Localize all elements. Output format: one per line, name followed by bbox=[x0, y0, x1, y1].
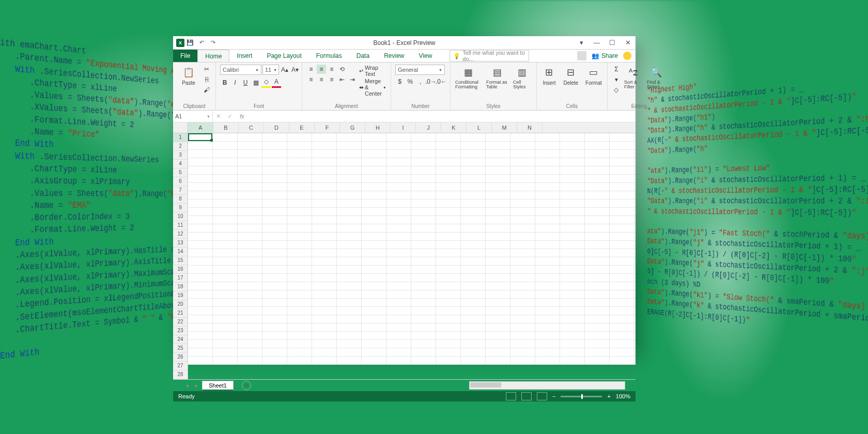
zoom-level[interactable]: 100% bbox=[616, 393, 630, 399]
align-center-icon[interactable]: ≡ bbox=[317, 75, 326, 84]
copy-icon[interactable]: ⎘ bbox=[202, 75, 211, 84]
column-header-B[interactable]: B bbox=[213, 122, 239, 133]
row-header-14[interactable]: 14 bbox=[173, 247, 188, 256]
row-header-7[interactable]: 7 bbox=[173, 186, 188, 195]
cells-area[interactable] bbox=[188, 133, 636, 365]
format-painter-icon[interactable]: 🖌 bbox=[202, 85, 211, 95]
font-size-combo[interactable]: 11▼ bbox=[262, 65, 279, 75]
column-header-E[interactable]: E bbox=[289, 122, 315, 133]
cut-icon[interactable]: ✂ bbox=[202, 65, 211, 74]
fill-color-button[interactable]: ◇ bbox=[261, 77, 271, 88]
decrease-font-icon[interactable]: A▾ bbox=[290, 65, 300, 74]
column-header-D[interactable]: D bbox=[264, 122, 289, 133]
column-header-I[interactable]: I bbox=[391, 122, 416, 133]
tab-home[interactable]: Home bbox=[197, 50, 229, 62]
row-header-17[interactable]: 17 bbox=[173, 274, 188, 283]
name-box[interactable]: A1▼ bbox=[173, 111, 213, 121]
share-button[interactable]: 👥 Share bbox=[592, 52, 618, 59]
increase-indent-icon[interactable]: ⇥ bbox=[348, 75, 357, 84]
decrease-decimal-icon[interactable]: .0← bbox=[437, 77, 446, 86]
row-header-22[interactable]: 22 bbox=[173, 318, 188, 327]
comma-icon[interactable]: , bbox=[416, 77, 425, 86]
fill-icon[interactable]: ▾ bbox=[612, 75, 621, 84]
column-header-F[interactable]: F bbox=[315, 122, 340, 133]
wrap-text-button[interactable]: ↵ Wrap Text bbox=[359, 65, 386, 77]
column-header-H[interactable]: H bbox=[365, 122, 391, 133]
user-avatar[interactable] bbox=[577, 51, 586, 60]
sheet-nav-prev-icon[interactable]: ◀ bbox=[183, 383, 191, 388]
row-header-19[interactable]: 19 bbox=[173, 291, 188, 300]
fx-enter-icon[interactable]: ✓ bbox=[224, 113, 236, 120]
column-header-C[interactable]: C bbox=[239, 122, 264, 133]
sheet-nav-next-icon[interactable]: ▶ bbox=[193, 383, 200, 388]
column-header-K[interactable]: K bbox=[441, 122, 467, 133]
row-header-27[interactable]: 27 bbox=[173, 362, 188, 370]
fx-icon[interactable]: fx bbox=[236, 113, 249, 119]
row-header-1[interactable]: 1 bbox=[173, 133, 188, 142]
row-header-21[interactable]: 21 bbox=[173, 309, 188, 318]
underline-button[interactable]: U bbox=[241, 78, 250, 87]
row-header-2[interactable]: 2 bbox=[173, 142, 188, 151]
column-header-N[interactable]: N bbox=[517, 122, 542, 133]
find-select-button[interactable]: 🔍Find & Select bbox=[646, 65, 667, 90]
column-header-L[interactable]: L bbox=[467, 122, 492, 133]
row-header-6[interactable]: 6 bbox=[173, 177, 188, 186]
maximize-button[interactable]: ☐ bbox=[605, 36, 620, 49]
tab-file[interactable]: File bbox=[173, 50, 197, 62]
row-header-4[interactable]: 4 bbox=[173, 160, 188, 168]
sort-filter-button[interactable]: ᴬᴢSort & Filter bbox=[623, 65, 644, 90]
increase-font-icon[interactable]: A▴ bbox=[280, 65, 289, 74]
align-left-icon[interactable]: ≡ bbox=[306, 75, 316, 84]
row-header-12[interactable]: 12 bbox=[173, 230, 188, 239]
font-name-combo[interactable]: Calibri▼ bbox=[220, 65, 261, 75]
conditional-formatting-button[interactable]: ▦Conditional Formatting bbox=[454, 65, 483, 90]
tell-me-search[interactable]: 💡 Tell me what you want to do... bbox=[450, 50, 529, 61]
row-header-5[interactable]: 5 bbox=[173, 168, 188, 177]
row-header-11[interactable]: 11 bbox=[173, 221, 188, 230]
row-header-20[interactable]: 20 bbox=[173, 300, 188, 309]
feedback-smiley-icon[interactable] bbox=[623, 52, 631, 60]
select-all-corner[interactable] bbox=[173, 122, 188, 133]
close-button[interactable]: ✕ bbox=[620, 36, 636, 49]
clear-icon[interactable]: ◇ bbox=[612, 85, 621, 95]
zoom-out-icon[interactable]: − bbox=[552, 393, 555, 399]
row-header-10[interactable]: 10 bbox=[173, 212, 188, 221]
minimize-button[interactable]: — bbox=[589, 36, 605, 49]
sheet-tab[interactable]: Sheet1 bbox=[202, 381, 234, 391]
tab-review[interactable]: Review bbox=[377, 50, 411, 62]
cell-styles-button[interactable]: ▥Cell Styles bbox=[512, 65, 533, 90]
column-header-A[interactable]: A bbox=[188, 122, 213, 133]
row-header-15[interactable]: 15 bbox=[173, 256, 188, 265]
align-top-icon[interactable]: ≡ bbox=[306, 65, 316, 74]
ribbon-options-icon[interactable]: ▾ bbox=[574, 36, 589, 49]
merge-center-button[interactable]: ⬌ Merge & Center ▼ bbox=[359, 78, 386, 97]
number-format-combo[interactable]: General▼ bbox=[395, 65, 445, 75]
align-right-icon[interactable]: ≡ bbox=[327, 75, 336, 84]
horizontal-scrollbar[interactable] bbox=[469, 381, 625, 390]
align-bottom-icon[interactable]: ≡ bbox=[327, 65, 336, 74]
tab-view[interactable]: View bbox=[412, 50, 440, 62]
column-header-J[interactable]: J bbox=[416, 122, 441, 133]
zoom-slider[interactable] bbox=[561, 396, 602, 397]
page-break-view-icon[interactable] bbox=[537, 392, 547, 400]
paste-button[interactable]: 📋 Paste bbox=[177, 65, 200, 87]
format-cells-button[interactable]: ▭Format bbox=[583, 65, 605, 87]
column-header-M[interactable]: M bbox=[492, 122, 517, 133]
font-color-button[interactable]: A bbox=[272, 77, 281, 88]
italic-button[interactable]: I bbox=[230, 78, 240, 87]
row-header-13[interactable]: 13 bbox=[173, 239, 188, 247]
fill-handle[interactable] bbox=[210, 139, 213, 142]
insert-cells-button[interactable]: ⊞Insert bbox=[539, 65, 559, 87]
zoom-in-icon[interactable]: + bbox=[607, 393, 610, 399]
fx-cancel-icon[interactable]: ✕ bbox=[213, 113, 224, 120]
row-header-16[interactable]: 16 bbox=[173, 265, 188, 274]
row-header-23[interactable]: 23 bbox=[173, 327, 188, 335]
autosum-icon[interactable]: Σ bbox=[612, 65, 621, 74]
tab-insert[interactable]: Insert bbox=[229, 50, 259, 62]
orientation-icon[interactable]: ⟲ bbox=[337, 65, 347, 74]
format-as-table-button[interactable]: ▤Format as Table bbox=[485, 65, 510, 90]
row-header-26[interactable]: 26 bbox=[173, 353, 188, 362]
delete-cells-button[interactable]: ⊟Delete bbox=[561, 65, 581, 87]
new-sheet-button[interactable]: + bbox=[242, 381, 251, 390]
align-middle-icon[interactable]: ≡ bbox=[317, 65, 326, 74]
